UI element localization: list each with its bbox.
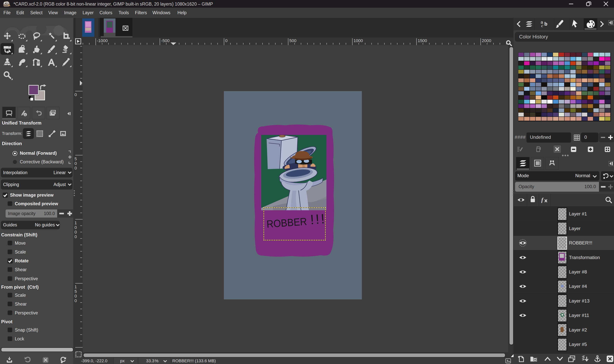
svg-text:f: f: [541, 197, 544, 203]
